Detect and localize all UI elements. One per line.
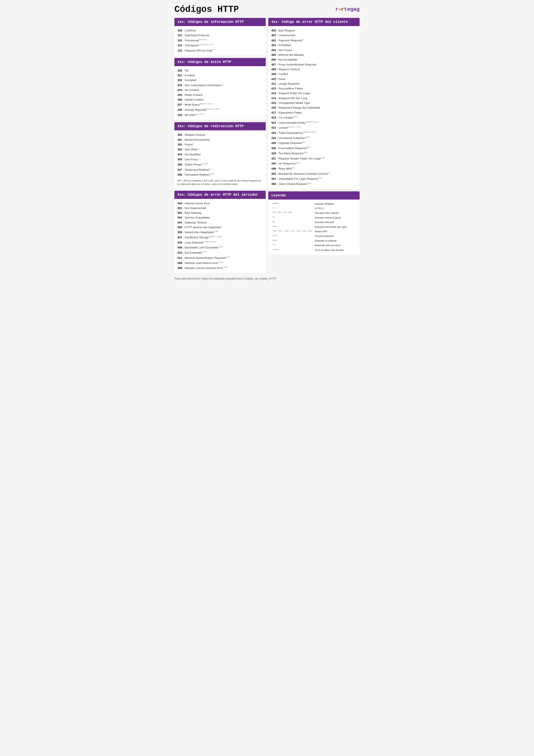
list-item: 414 - Request-URI Too Long [271,96,357,101]
list-item: 403 - Forbidden [271,43,357,48]
list-item: 598 - Network read timeout errornostd [177,260,263,266]
list-item: 412 - Precondition Failed [271,86,357,91]
legend-key: 1.1 [271,206,314,211]
list-item: 509 - Bandwidth Limit Exceedednostd [177,245,263,250]
list-item: 400 - Bad Request [271,28,357,33]
list-item: 103 - Checkpointdraft POST PUT [177,43,263,48]
list-item: 508 - Loop DetectedWebDAV 5842 [177,240,263,245]
section-4xx: 4xx: Código de error HTTP del cliente 40… [268,18,360,189]
list-item: 308 - Permanent Redirect7538 [177,172,263,177]
list-item: 307 - Temporary Redirect1.1 [177,167,263,173]
list-item: 306 - Switch Proxyunused [177,162,263,167]
legend-item: WebDAVExtensión WebDAV [271,202,357,206]
list-item: 300 - Multiple Choices [177,133,263,137]
legend-value: Extensión Internet Explorer [314,216,357,220]
list-item: 204 - No Content [177,88,263,93]
list-item: 202 - Accepted [177,78,263,83]
list-item: 409 - Conflict [271,72,357,76]
list-item: 511 - Network Authentication Requireddra… [177,256,263,260]
list-item: 408 - Request Timeout [271,67,357,72]
legend-key: MS [271,220,314,225]
list-item: 507 - Insufficient StorageWebDAV 4918 [177,235,263,240]
list-item: 411 - Length Required [271,81,357,86]
section-3xx-header: 3xx: Códigos de redirección HTTP [174,122,266,130]
legend-value: Proyecto propuesto [314,234,357,238]
section-1xx-header: 1xx: Códigos de información HTTP [174,18,266,26]
legend-item: MSExtensión Microsoft [271,220,357,225]
list-item: 599 - Network connect timeout errornostd [177,265,263,271]
page-title: Códigos HTTP [174,4,239,14]
legend-key: draft [271,234,314,238]
list-item: 428 - Precondition Requireddraft [271,146,357,151]
list-item: 302 - Found [177,142,263,147]
legend-value: Reservado para uso futuro [314,243,357,248]
list-item: 506 - Variant Also Negotiates2295 [177,230,263,235]
section-legend: Leyenda WebDAVExtensión WebDAV1.1HTTP/1.… [268,191,360,255]
list-item: 301 - Moved Permanently [177,138,263,142]
legend-value: HTTP/1.1 [314,206,357,211]
section-5xx: 5xx: Códigos de error HTTP del servidor … [174,191,266,273]
legend-key: unused [271,248,314,252]
list-item: 401 - Unauthorized [271,33,357,38]
list-item: 406 - Not Acceptable [271,57,357,62]
section-4xx-header: 4xx: Código de error HTTP del cliente [268,18,360,26]
list-item: 205 - Reset Content [177,93,263,97]
list-item: 100 - Continue [177,28,263,33]
section-legend-header: Leyenda [268,191,360,200]
list-item: 208 - Already ReportedWebDAV 5842 [177,107,263,113]
redirect-note: 307 y 308 son similares a 302 y 301, per… [177,179,263,186]
list-item: 422 - Unprocessable EntityWebDAV 4918 [271,120,357,125]
list-item: 450 - Blocked By Windows Parental Contro… [271,171,357,176]
section-5xx-body: 500 - Internal Server Error501 - Not Imp… [174,199,266,273]
list-item: 405 - Method Not Allowed [271,53,357,57]
list-item: 416 - Requested Range Not Satisfiable [271,105,357,110]
section-1xx: 1xx: Códigos de información HTTP 100 - C… [174,18,266,55]
list-item: 207 - Multi-StatusWebDAV 4918 [177,102,263,107]
section-1xx-body: 100 - Continue101 - Switching Protocols1… [174,26,266,55]
legend-key: IE [271,216,314,220]
list-item: 101 - Switching Protocols [177,33,263,38]
section-3xx-body: 300 - Multiple Choices301 - Moved Perman… [174,130,266,188]
list-item: 503 - Service Unavailable [177,215,263,220]
list-item: 505 - HTTP Version Not Supported [177,225,263,230]
list-item: 424 - Failed DependencyWebDAV 4918 [271,130,357,136]
list-item: 504 - Gateway Timeout [177,220,263,225]
list-item: 499 - Client Closed Requestnginx [271,181,357,187]
list-item: 418 - I'm a teapot2324 [271,115,357,120]
legend-value: Extensión WebDAV [314,202,357,206]
list-item: 304 - Not Modified [177,152,263,157]
legend-item: unusedYa no se utiliza, está obsoleto [271,248,357,252]
list-item: 206 - Partial Content [177,97,263,102]
list-item: 501 - Not Implemented [177,206,263,210]
legend-value: Número RFC [314,229,357,234]
legend-key: nginx [271,225,314,229]
list-item: 426 - Upgrade Required2817 [271,141,357,146]
list-item: 425 - Unordered Collection3648 [271,136,357,141]
legend-item: nostdExtensión no estándar [271,239,357,243]
list-item: 407 - Proxy Authentication Required [271,62,357,67]
legend-key: GET, POST, PUT, POST [271,211,314,215]
legend-value: Extensión del servidor web nginx [314,225,357,229]
legend-key: 2518, 2817, 2295, 2774, 3229, 4918, 5842 [271,229,314,234]
logo: rrtegag [335,7,360,12]
section-2xx-header: 2xx: Códigos de éxito HTTP [174,58,266,66]
legend-key: nostd [271,239,314,243]
list-item: 502 - Bad Gateway [177,210,263,215]
list-item: 122 - Request-URI too longIE7 [177,48,263,53]
list-item: 417 - Expectation Failed [271,110,357,115]
list-item: 200 - OK [177,68,263,73]
legend-value: Extensión Microsoft [314,220,357,225]
list-item: 413 - Request Entity Too Large [271,91,357,96]
list-item: 203 - Non-Authoritative Information1.1 [177,83,263,88]
page-header: Códigos HTTP rrtegag [174,4,360,14]
legend-value: Ya no se utiliza, está obsoleto [314,248,357,252]
list-item: 423 - LockedWebDAV 4918 [271,125,357,130]
list-item: 102 - ProcessingWebDAV [177,38,263,43]
legend-value: Extensión no estándar [314,239,357,243]
legend-key: WebDAV [271,202,314,206]
legend-value: Sólo para estos métodos [314,211,357,215]
list-item: 429 - Too Many Requestsdraft [271,151,357,156]
legend-item: resReservado para uso futuro [271,243,357,248]
section-legend-body: WebDAVExtensión WebDAV1.1HTTP/1.1GET, PO… [268,200,360,255]
legend-item: IEExtensión Internet Explorer [271,216,357,220]
